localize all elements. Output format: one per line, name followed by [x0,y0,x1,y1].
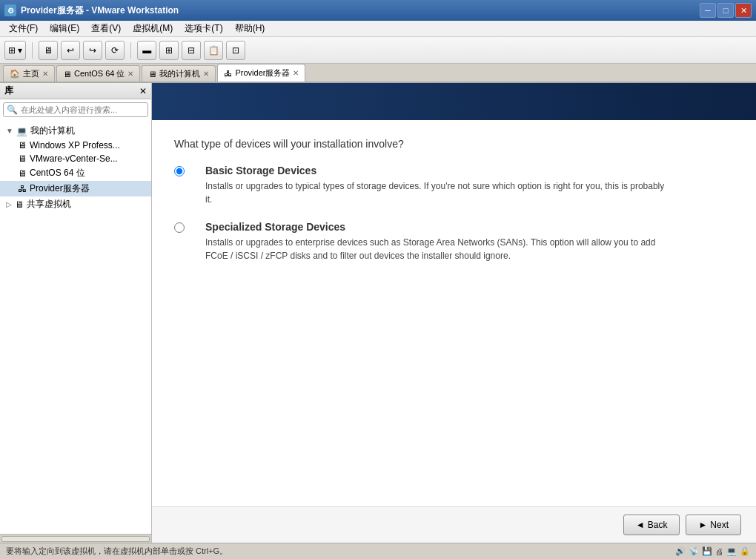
sidebar: 库 ✕ 🔍 ▼ 💻 我的计算机 🖥 Windows XP Profess... [0,83,152,543]
toolbar-new-vm[interactable]: 🖥 [39,41,58,60]
shared-icon: 🖥 [15,199,24,210]
installer-body: What type of devices will your installat… [152,120,756,331]
toolbar-view4[interactable]: 📋 [204,41,223,60]
toolbar: ⊞ ▾ 🖥 ↩ ↪ ⟳ ▬ ⊞ ⊟ 📋 ⊡ [0,37,756,64]
menu-bar: 文件(F) 编辑(E) 查看(V) 虚拟机(M) 选项卡(T) 帮助(H) [0,21,756,37]
sidebar-item-mycomputer[interactable]: ▼ 💻 我的计算机 [0,123,151,139]
sidebar-close[interactable]: ✕ [139,86,147,96]
sidebar-item-vcenter-label: VMware-vCenter-Se... [30,153,118,164]
home-icon: 🏠 [10,69,20,79]
menu-vm[interactable]: 虚拟机(M) [127,21,179,36]
computer-icon: 💻 [16,126,27,136]
sidebar-item-shared-label: 共享虚拟机 [27,198,71,211]
menu-help[interactable]: 帮助(H) [229,21,271,36]
tab-mypc[interactable]: 🖥 我的计算机 ✕ [142,65,216,82]
sidebar-search-box: 🔍 [3,102,148,117]
sidebar-item-mycomputer-label: 我的计算机 [30,125,75,137]
specialized-storage-desc: Installs or upgrades to enterprise devic… [205,236,665,262]
tab-centos[interactable]: 🖥 CentOS 64 位 ✕ [56,65,140,82]
menu-file[interactable]: 文件(F) [3,21,44,36]
specialized-storage-title: Specialized Storage Devices [205,221,665,233]
sidebar-title: 库 [4,85,13,97]
tab-home-label: 主页 [23,68,39,79]
expand-icon: ▼ [6,127,13,135]
sidebar-item-winxp-label: Windows XP Profess... [30,140,120,150]
network-icon: 📡 [689,546,699,556]
menu-edit[interactable]: 编辑(E) [44,21,85,36]
shared-expand-icon: ▷ [6,200,12,208]
sidebar-scrollbar-track[interactable] [1,536,150,542]
sidebar-header: 库 ✕ [0,83,151,99]
search-input[interactable] [21,105,145,114]
window-title: Provider服务器 - VMware Workstation [21,4,179,17]
status-message: 要将输入定向到该虚拟机，请在虚拟机内部单击或按 Ctrl+G。 [6,546,228,557]
sidebar-tree: ▼ 💻 我的计算机 🖥 Windows XP Profess... 🖥 VMwa… [0,120,151,215]
sidebar-item-provider-label: Provider服务器 [30,182,90,195]
button-bar: ◄ Back ► Next [152,506,756,543]
tab-mypc-close[interactable]: ✕ [203,70,209,78]
tab-provider-label: Provider服务器 [235,67,290,79]
menu-view[interactable]: 查看(V) [85,21,127,36]
content-spacer [152,331,756,507]
tab-mypc-label: 我的计算机 [159,68,200,79]
provider-icon: 🖧 [224,69,232,78]
back-button[interactable]: ◄ Back [623,515,680,535]
tabs-bar: 🏠 主页 ✕ 🖥 CentOS 64 位 ✕ 🖥 我的计算机 ✕ 🖧 Provi… [0,64,756,83]
sidebar-item-centos[interactable]: 🖥 CentOS 64 位 [0,165,151,181]
next-arrow-icon: ► [698,520,707,530]
sidebar-item-centos-label: CentOS 64 位 [30,167,85,179]
vm-provider-icon: 🖧 [18,184,27,194]
installer-header [152,83,756,120]
toolbar-refresh[interactable]: ⟳ [105,41,125,60]
toolbar-view3[interactable]: ⊟ [182,41,201,60]
toolbar-home[interactable]: ⊞ ▾ [4,41,26,60]
maximize-button[interactable]: □ [717,3,734,18]
basic-storage-title: Basic Storage Devices [205,165,665,176]
basic-storage-desc: Installs or upgrades to typical types of… [205,179,665,206]
search-icon: 🔍 [7,105,18,115]
basic-storage-radio[interactable] [174,166,185,176]
tab-centos-close[interactable]: ✕ [127,70,133,78]
vm-vcenter-icon: 🖥 [18,153,27,164]
tab-provider-close[interactable]: ✕ [293,69,299,77]
sidebar-item-shared[interactable]: ▷ 🖥 共享虚拟机 [0,196,151,212]
tab-provider[interactable]: 🖧 Provider服务器 ✕ [217,64,305,82]
specialized-storage-option: Specialized Storage Devices Installs or … [174,221,734,262]
tab-home[interactable]: 🏠 主页 ✕ [3,65,55,82]
storage-icon: 💾 [702,546,712,556]
content-area: What type of devices will your installat… [152,83,756,543]
toolbar-view1[interactable]: ▬ [137,41,156,60]
installer-question: What type of devices will your installat… [174,138,734,150]
centos-icon: 🖥 [63,70,71,79]
tab-centos-label: CentOS 64 位 [74,68,125,79]
status-icons: 🔊 📡 💾 🖨 💻 🔒 [675,546,750,556]
menu-tabs[interactable]: 选项卡(T) [179,21,228,36]
sidebar-scrollbar[interactable] [0,534,151,543]
specialized-storage-radio[interactable] [174,222,185,233]
app-icon: ⚙ [4,4,16,16]
vm-display: What type of devices will your installat… [152,83,756,543]
tab-home-close[interactable]: ✕ [42,70,48,78]
vm-winxp-icon: 🖥 [18,140,27,150]
toolbar-redo[interactable]: ↪ [83,41,102,60]
toolbar-sep-2 [130,42,131,59]
back-arrow-icon: ◄ [636,520,645,530]
toolbar-sep-1 [32,42,33,59]
minimize-button[interactable]: ─ [700,3,716,18]
back-label: Back [648,520,668,530]
toolbar-undo[interactable]: ↩ [61,41,80,60]
print-icon: 🖨 [715,547,723,556]
computer-status-icon: 💻 [726,546,737,556]
volume-icon: 🔊 [675,546,686,556]
next-label: Next [710,520,729,530]
toolbar-view5[interactable]: ⊡ [226,41,245,60]
basic-storage-option: Basic Storage Devices Installs or upgrad… [174,165,734,206]
close-button[interactable]: ✕ [735,3,752,18]
sidebar-item-vcenter[interactable]: 🖥 VMware-vCenter-Se... [0,152,151,165]
toolbar-view2[interactable]: ⊞ [159,41,179,60]
sidebar-item-provider[interactable]: 🖧 Provider服务器 [0,181,151,196]
sidebar-item-winxp[interactable]: 🖥 Windows XP Profess... [0,139,151,152]
mypc-icon: 🖥 [148,70,156,79]
next-button[interactable]: ► Next [686,515,741,535]
window-controls: ─ □ ✕ [700,3,752,18]
